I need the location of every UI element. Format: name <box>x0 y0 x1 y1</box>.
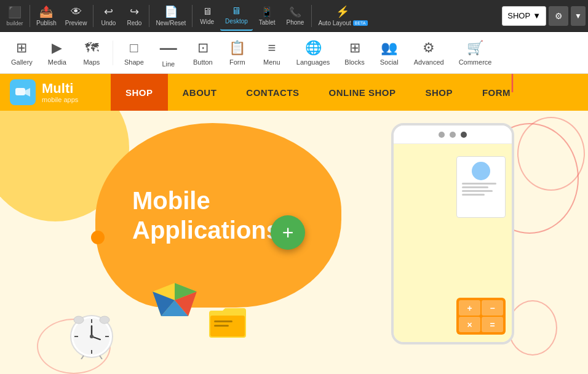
settings-button[interactable]: ⚙ <box>549 6 568 26</box>
publish-button[interactable]: 📤 Publish <box>33 1 60 31</box>
wide-button[interactable]: 🖥 Wide <box>195 1 219 31</box>
beta-badge: BETA <box>353 20 368 26</box>
social-label: Social <box>380 58 399 66</box>
brand-tagline: mobile apps <box>42 96 78 103</box>
redo-label: Redo <box>127 20 141 26</box>
clock-illustration <box>66 309 117 362</box>
tool-form[interactable]: 📋 Form <box>221 34 253 71</box>
maps-label: Maps <box>83 58 100 66</box>
wide-icon: 🖥 <box>202 6 212 17</box>
tool-commerce[interactable]: 🛒 Commerce <box>453 34 498 71</box>
undo-button[interactable]: ↩ Undo <box>96 1 121 31</box>
site-header: Multi mobile apps SHOP ABOUT CONTACTS ON… <box>0 74 588 111</box>
nav-contacts[interactable]: CONTACTS <box>231 74 314 111</box>
advanced-label: Advanced <box>414 58 444 66</box>
tool-advanced[interactable]: ⚙ Advanced <box>408 34 450 71</box>
gallery-label: Gallery <box>11 58 33 66</box>
nav-online-shop[interactable]: ONLINE SHOP <box>314 74 411 111</box>
nav-shop2[interactable]: SHOP <box>410 74 467 111</box>
canvas-area: Multi mobile apps SHOP ABOUT CONTACTS ON… <box>0 74 588 374</box>
notebook-line-1 <box>462 183 496 185</box>
notebook-lines <box>462 183 500 196</box>
tool-media[interactable]: ▶ Media <box>41 34 73 71</box>
shape-icon: □ <box>130 40 138 56</box>
top-toolbar: ⬛ builder 📤 Publish 👁 Preview ↩ Undo ↪ R… <box>0 0 588 32</box>
shop-dropdown[interactable]: SHOP ▼ <box>502 6 546 26</box>
form-icon: 📋 <box>229 40 245 56</box>
phone-top-bar <box>394 125 512 144</box>
shop-dropdown-label: SHOP <box>507 11 530 20</box>
svg-point-21 <box>74 316 84 324</box>
gear-icon: ⚙ <box>555 11 563 21</box>
new-reset-icon: 📄 <box>164 5 178 18</box>
calc-plus: + <box>459 300 480 316</box>
redo-icon: ↪ <box>130 5 139 18</box>
svg-rect-0 <box>15 88 25 95</box>
preview-label: Preview <box>65 20 87 26</box>
add-element-button[interactable]: + <box>271 215 305 250</box>
menu-icon: ≡ <box>268 40 276 56</box>
button-icon: ⊡ <box>197 40 209 56</box>
tool-shape[interactable]: □ Shape <box>118 34 150 71</box>
svg-rect-10 <box>214 320 232 322</box>
commerce-label: Commerce <box>459 58 492 66</box>
deco-circle-3 <box>508 300 557 356</box>
logo-icon <box>10 79 36 105</box>
nav-shop[interactable]: SHOP <box>111 74 168 111</box>
undo-icon: ↩ <box>104 5 113 18</box>
form-label: Form <box>229 58 245 66</box>
speech-bubble: Mobile Applications <box>95 123 341 308</box>
button-label: Button <box>193 58 213 66</box>
gallery-icon: ⊞ <box>16 40 27 56</box>
new-reset-label: New/Reset <box>156 20 186 26</box>
expand-button[interactable]: ▼ <box>571 6 586 26</box>
logo-text: Multi mobile apps <box>42 81 78 103</box>
sep4 <box>192 5 193 27</box>
nav-about[interactable]: ABOUT <box>168 74 232 111</box>
blocks-icon: ⊞ <box>349 40 360 56</box>
red-arrow-indicator <box>503 74 522 98</box>
tool-social[interactable]: 👥 Social <box>373 34 405 71</box>
desktop-button[interactable]: 🖥 Desktop <box>220 1 253 31</box>
new-reset-button[interactable]: 📄 New/Reset <box>152 1 189 31</box>
tool-menu[interactable]: ≡ Menu <box>256 34 288 71</box>
calc-times: × <box>459 317 480 332</box>
maps-illustration <box>153 283 197 325</box>
phone-dot-2 <box>450 132 456 138</box>
tool-line[interactable]: — Line <box>153 34 185 71</box>
sep2 <box>93 5 93 27</box>
languages-label: Languages <box>296 58 330 66</box>
plus-icon: + <box>282 221 294 244</box>
commerce-icon: 🛒 <box>467 40 483 56</box>
preview-button[interactable]: 👁 Preview <box>62 1 91 31</box>
tool-maps[interactable]: 🗺 Maps <box>76 34 108 71</box>
svg-line-23 <box>81 356 84 359</box>
phone-button[interactable]: 📞 Phone <box>281 1 309 31</box>
tool-gallery[interactable]: ⊞ Gallery <box>5 34 39 71</box>
svg-line-24 <box>100 356 102 359</box>
phone-label: Phone <box>286 19 304 26</box>
redo-button[interactable]: ↪ Redo <box>122 1 146 31</box>
tool-languages[interactable]: 🌐 Languages <box>290 34 336 71</box>
notebook-illustration <box>456 156 506 218</box>
calculator-illustration: + − × = <box>456 298 506 335</box>
menu-label: Menu <box>263 58 280 66</box>
tool-blocks[interactable]: ⊞ Blocks <box>338 34 370 71</box>
deco-circle-2 <box>517 117 585 191</box>
preview-icon: 👁 <box>71 6 82 18</box>
maps-icon-tool: 🗺 <box>85 40 98 56</box>
tablet-button[interactable]: 📱 Tablet <box>254 1 280 31</box>
languages-icon: 🌐 <box>305 40 322 56</box>
publish-icon: 📤 <box>39 5 53 18</box>
auto-layout-button[interactable]: ⚡ Auto Layout BETA <box>314 1 371 31</box>
undo-label: Undo <box>101 20 116 26</box>
desktop-label: Desktop <box>225 18 248 25</box>
advanced-icon: ⚙ <box>423 40 435 56</box>
site-logo: Multi mobile apps <box>0 74 111 111</box>
publish-label: Publish <box>36 20 57 26</box>
right-toolbar-section: SHOP ▼ ⚙ ▼ <box>502 6 586 26</box>
notebook-line-4 <box>462 194 485 196</box>
phone-mockup: + − × = <box>391 123 514 344</box>
toolbar-divider <box>113 41 113 65</box>
tool-button[interactable]: ⊡ Button <box>187 34 219 71</box>
